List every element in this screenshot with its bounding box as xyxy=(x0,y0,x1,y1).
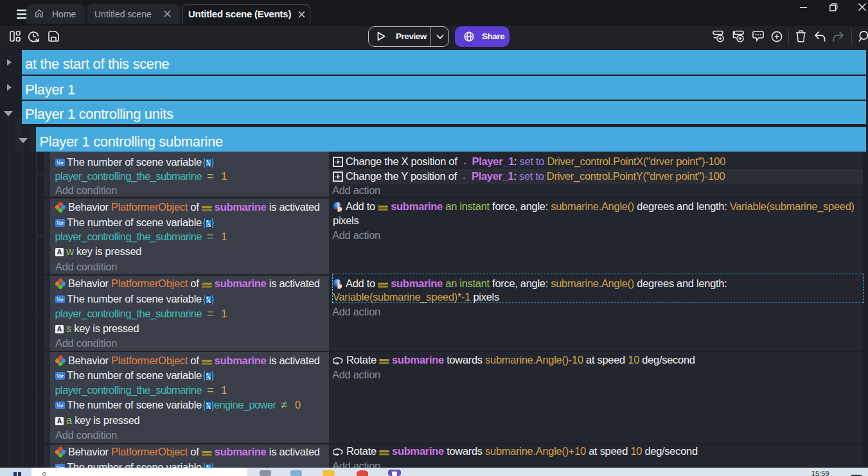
svg-text:A: A xyxy=(57,325,62,333)
svg-text:Var: Var xyxy=(57,373,64,379)
svg-text:A: A xyxy=(57,417,62,425)
svg-text:Var: Var xyxy=(57,159,64,166)
svg-text:Var: Var xyxy=(57,402,64,409)
svg-text:A: A xyxy=(57,248,62,256)
svg-text:Var: Var xyxy=(57,296,64,303)
svg-text:Var: Var xyxy=(57,220,64,226)
